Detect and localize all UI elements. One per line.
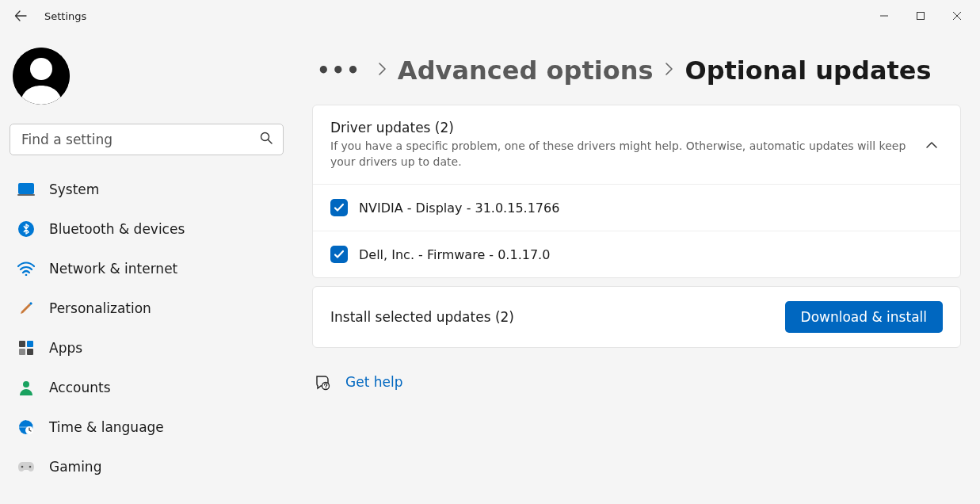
sidebar-item-accounts[interactable]: Accounts bbox=[10, 368, 284, 407]
sidebar-item-label: Bluetooth & devices bbox=[49, 221, 185, 237]
sidebar-item-system[interactable]: System bbox=[10, 170, 284, 209]
close-icon bbox=[953, 12, 961, 20]
driver-checkbox[interactable] bbox=[330, 199, 348, 216]
arrow-left-icon bbox=[14, 10, 27, 22]
driver-checkbox[interactable] bbox=[330, 246, 348, 263]
sidebar-item-label: Apps bbox=[49, 340, 82, 356]
svg-point-14 bbox=[23, 381, 29, 388]
sidebar-item-bluetooth[interactable]: Bluetooth & devices bbox=[10, 209, 284, 249]
sidebar-item-label: Time & language bbox=[49, 419, 164, 435]
svg-rect-0 bbox=[917, 13, 925, 20]
person-icon bbox=[17, 379, 35, 396]
sidebar-item-label: Gaming bbox=[49, 459, 101, 475]
get-help-link[interactable]: Get help bbox=[345, 374, 402, 390]
driver-updates-subtitle: If you have a specific problem, one of t… bbox=[330, 139, 913, 170]
paintbrush-icon bbox=[17, 300, 35, 317]
driver-updates-header[interactable]: Driver updates (2) If you have a specifi… bbox=[313, 105, 960, 184]
sidebar-item-personalization[interactable]: Personalization bbox=[10, 288, 284, 328]
globe-clock-icon bbox=[17, 418, 35, 436]
system-icon bbox=[17, 181, 35, 198]
minimize-icon bbox=[880, 12, 888, 20]
svg-rect-11 bbox=[27, 341, 33, 347]
sidebar: System Bluetooth & devices Network & int… bbox=[0, 32, 293, 504]
install-card: Install selected updates (2) Download & … bbox=[312, 286, 961, 348]
sidebar-item-time-language[interactable]: Time & language bbox=[10, 407, 284, 447]
avatar bbox=[13, 48, 70, 105]
driver-item[interactable]: NVIDIA - Display - 31.0.15.1766 bbox=[313, 184, 960, 231]
chevron-up-icon bbox=[925, 141, 938, 149]
wifi-icon bbox=[17, 260, 35, 277]
svg-point-21 bbox=[326, 388, 326, 388]
driver-item-label: NVIDIA - Display - 31.0.15.1766 bbox=[359, 200, 559, 216]
search-input[interactable] bbox=[10, 124, 284, 155]
help-row: Get help bbox=[312, 373, 961, 391]
sidebar-item-label: System bbox=[49, 181, 99, 197]
breadcrumb-parent-link[interactable]: Advanced options bbox=[398, 55, 654, 86]
download-install-button[interactable]: Download & install bbox=[785, 301, 943, 333]
chevron-right-icon bbox=[377, 62, 387, 79]
gamepad-icon bbox=[17, 458, 35, 475]
nav-list: System Bluetooth & devices Network & int… bbox=[10, 170, 284, 487]
svg-point-18 bbox=[21, 466, 24, 468]
svg-point-3 bbox=[261, 133, 269, 141]
user-card[interactable] bbox=[10, 43, 284, 119]
minimize-button[interactable] bbox=[866, 4, 902, 28]
search-icon[interactable] bbox=[260, 132, 273, 147]
maximize-button[interactable] bbox=[902, 4, 939, 28]
sidebar-item-network[interactable]: Network & internet bbox=[10, 249, 284, 288]
breadcrumb-overflow-button[interactable]: ••• bbox=[312, 60, 366, 81]
apps-icon bbox=[17, 339, 35, 357]
svg-rect-12 bbox=[19, 349, 25, 355]
collapse-button[interactable] bbox=[919, 132, 944, 158]
driver-updates-card: Driver updates (2) If you have a specifi… bbox=[312, 105, 961, 278]
driver-item-label: Dell, Inc. - Firmware - 0.1.17.0 bbox=[359, 247, 550, 262]
svg-point-19 bbox=[29, 466, 32, 468]
close-button[interactable] bbox=[939, 4, 975, 28]
driver-item[interactable]: Dell, Inc. - Firmware - 0.1.17.0 bbox=[313, 231, 960, 277]
window-controls bbox=[866, 4, 975, 28]
maximize-icon bbox=[917, 12, 925, 20]
bluetooth-icon bbox=[17, 220, 35, 238]
install-selected-text: Install selected updates (2) bbox=[330, 309, 514, 325]
help-icon bbox=[314, 373, 331, 391]
sidebar-item-label: Network & internet bbox=[49, 261, 177, 277]
svg-point-9 bbox=[25, 274, 28, 276]
sidebar-item-gaming[interactable]: Gaming bbox=[10, 447, 284, 487]
breadcrumb: ••• Advanced options Optional updates bbox=[312, 55, 961, 86]
chevron-right-icon bbox=[664, 62, 673, 79]
sidebar-item-label: Personalization bbox=[49, 300, 151, 316]
window-title: Settings bbox=[44, 10, 86, 22]
search-box bbox=[10, 124, 284, 155]
sidebar-item-label: Accounts bbox=[49, 380, 111, 395]
title-bar: Settings bbox=[0, 0, 980, 32]
svg-rect-7 bbox=[17, 194, 35, 196]
svg-rect-13 bbox=[27, 349, 33, 355]
back-button[interactable] bbox=[5, 0, 36, 32]
main-content: ••• Advanced options Optional updates Dr… bbox=[293, 32, 980, 504]
driver-updates-title: Driver updates (2) bbox=[330, 120, 913, 136]
page-title: Optional updates bbox=[684, 55, 931, 86]
sidebar-item-apps[interactable]: Apps bbox=[10, 328, 284, 368]
svg-rect-10 bbox=[19, 341, 25, 347]
svg-point-2 bbox=[30, 58, 52, 80]
